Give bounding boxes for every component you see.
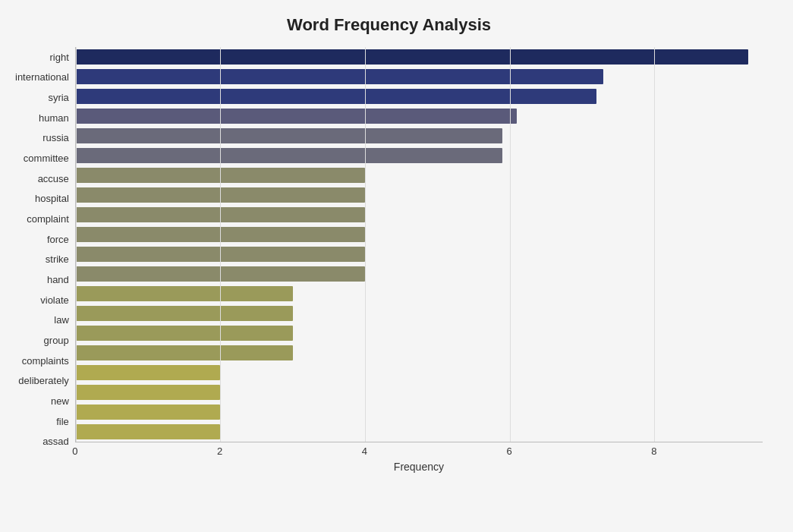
- bar-row: [76, 87, 763, 106]
- chart-title: Word Frequency Analysis: [15, 15, 763, 35]
- bar: [76, 306, 293, 321]
- bars-wrapper: [75, 47, 763, 442]
- y-label: file: [56, 411, 69, 431]
- y-label: international: [15, 68, 69, 87]
- bar: [76, 247, 365, 262]
- bar-row: [76, 363, 763, 382]
- bar-row: [76, 284, 763, 304]
- y-label: law: [54, 310, 69, 330]
- y-label: committee: [24, 148, 69, 168]
- bar: [76, 286, 293, 301]
- y-label: accuse: [38, 168, 69, 188]
- y-label: new: [51, 391, 69, 411]
- bar-row: [76, 106, 763, 126]
- bar-row: [76, 67, 763, 87]
- y-label: human: [39, 108, 69, 127]
- bar-row: [76, 422, 763, 442]
- bar: [76, 168, 365, 183]
- bar-row: [76, 323, 763, 343]
- bars-and-axes: 02468 Frequency: [75, 47, 763, 473]
- bar: [76, 365, 221, 380]
- chart-container: Word Frequency Analysis rightinternation…: [0, 0, 793, 532]
- bar: [76, 69, 604, 84]
- y-label: assad: [42, 432, 69, 452]
- y-label: syria: [48, 87, 68, 107]
- bar-row: [76, 343, 763, 363]
- x-tick: 4: [362, 445, 367, 457]
- bar-row: [76, 47, 763, 67]
- y-label: group: [44, 330, 69, 350]
- chart-area: rightinternationalsyriahumanrussiacommit…: [15, 47, 763, 473]
- bar: [76, 148, 502, 163]
- bar-row: [76, 225, 763, 244]
- x-tick: 0: [72, 445, 77, 457]
- bar-row: [76, 205, 763, 225]
- y-label: hand: [47, 269, 69, 289]
- bar-row: [76, 244, 763, 264]
- y-label: complaint: [27, 209, 69, 228]
- bar: [76, 227, 365, 242]
- bar: [76, 49, 748, 65]
- y-label: deliberately: [18, 371, 69, 391]
- x-axis-label: Frequency: [75, 461, 763, 473]
- bar: [76, 109, 517, 124]
- bar: [76, 207, 365, 222]
- y-label: hospital: [35, 189, 69, 209]
- y-label: violate: [40, 290, 69, 310]
- y-labels: rightinternationalsyriahumanrussiacommit…: [15, 47, 75, 473]
- y-label: strike: [46, 250, 69, 269]
- x-tick: 6: [507, 445, 512, 457]
- y-label: right: [50, 47, 69, 67]
- bar-row: [76, 185, 763, 205]
- bar: [76, 89, 596, 104]
- x-tick: 2: [217, 445, 222, 457]
- bar-row: [76, 304, 763, 323]
- bar: [76, 326, 293, 341]
- bar: [76, 266, 365, 282]
- bar-row: [76, 382, 763, 402]
- y-label: complaints: [22, 351, 69, 370]
- bar-row: [76, 264, 763, 284]
- x-axis: 02468: [75, 442, 763, 458]
- bar-row: [76, 402, 763, 422]
- bar: [76, 128, 502, 143]
- bar-row: [76, 165, 763, 185]
- bar-row: [76, 146, 763, 165]
- y-label: russia: [42, 128, 69, 148]
- bar: [76, 424, 221, 439]
- bar: [76, 345, 293, 360]
- bar-row: [76, 126, 763, 146]
- bar: [76, 187, 365, 203]
- bar: [76, 385, 221, 400]
- x-tick: 8: [651, 445, 656, 457]
- y-label: force: [47, 229, 69, 249]
- bar: [76, 405, 221, 420]
